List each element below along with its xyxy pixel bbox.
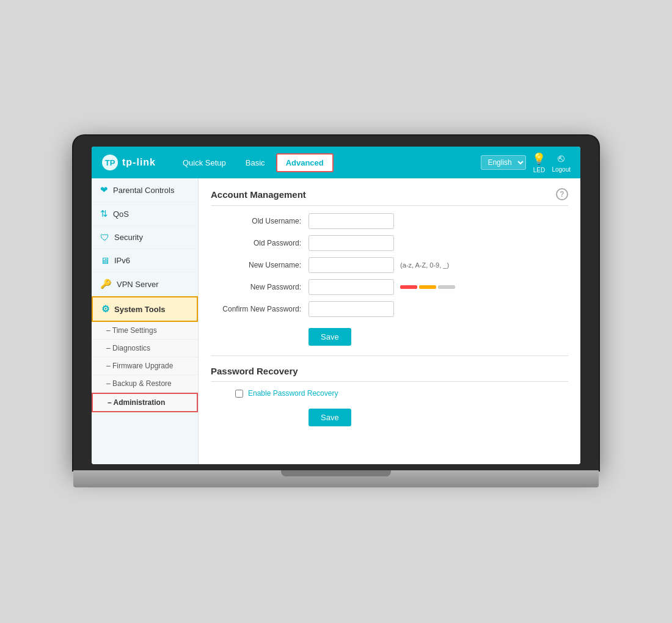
confirm-password-row: Confirm New Password: — [211, 301, 568, 317]
old-password-row: Old Password: — [211, 235, 568, 251]
qos-icon: ⇅ — [100, 208, 108, 219]
account-section-title: Account Management — [211, 189, 306, 200]
sidebar-item-parental-controls[interactable]: ❤ Parental Controls — [92, 178, 198, 202]
enable-recovery-checkbox[interactable] — [235, 390, 243, 398]
confirm-password-input[interactable] — [309, 301, 394, 317]
sub-diagnostics[interactable]: – Diagnostics — [92, 340, 198, 357]
enable-recovery-label[interactable]: Enable Password Recovery — [248, 389, 338, 398]
laptop-wrapper: TP tp-link Quick Setup Basic Advanced En… — [73, 136, 599, 487]
led-icon: 💡 — [532, 152, 546, 166]
old-password-input[interactable] — [309, 235, 394, 251]
logo-text: tp-link — [122, 157, 156, 168]
old-username-row: Old Username: — [211, 213, 568, 229]
old-username-label: Old Username: — [211, 217, 309, 225]
sub-backup-restore[interactable]: – Backup & Restore — [92, 375, 198, 393]
sub-time-settings[interactable]: – Time Settings — [92, 322, 198, 340]
laptop-base — [73, 470, 599, 487]
password-recovery-title: Password Recovery — [211, 366, 298, 376]
old-username-input[interactable] — [309, 213, 394, 229]
security-icon: 🛡 — [100, 232, 109, 242]
strength-high-bar — [438, 285, 455, 289]
main-layout: ❤ Parental Controls ⇅ QoS 🛡 Security — [92, 178, 580, 464]
password-recovery-header: Password Recovery — [211, 366, 568, 382]
laptop-screen: TP tp-link Quick Setup Basic Advanced En… — [92, 147, 580, 464]
nav-advanced[interactable]: Advanced — [276, 153, 334, 172]
section-divider — [211, 355, 568, 356]
top-nav: TP tp-link Quick Setup Basic Advanced En… — [92, 147, 580, 178]
confirm-password-label: Confirm New Password: — [211, 305, 309, 313]
screen-bezel: TP tp-link Quick Setup Basic Advanced En… — [73, 136, 599, 470]
logout-icon: ⎋ — [558, 152, 564, 165]
password-strength-indicator — [400, 285, 455, 289]
sidebar: ❤ Parental Controls ⇅ QoS 🛡 Security — [92, 178, 199, 464]
sidebar-item-ipv6[interactable]: 🖥 IPv6 — [92, 249, 198, 272]
nav-links: Quick Setup Basic Advanced — [174, 153, 481, 172]
vpn-icon: 🔑 — [100, 279, 112, 290]
sidebar-item-security[interactable]: 🛡 Security — [92, 226, 198, 249]
help-icon[interactable]: ? — [556, 188, 568, 200]
nav-basic[interactable]: Basic — [237, 155, 274, 171]
new-password-input[interactable] — [309, 279, 394, 295]
old-password-label: Old Password: — [211, 239, 309, 247]
router-ui: TP tp-link Quick Setup Basic Advanced En… — [92, 147, 580, 464]
new-username-label: New Username: — [211, 261, 309, 269]
logout-button[interactable]: ⎋ Logout — [552, 152, 571, 173]
new-username-row: New Username: (a-z, A-Z, 0-9, _) — [211, 257, 568, 273]
account-section-header: Account Management ? — [211, 188, 568, 206]
sidebar-label-ipv6: IPv6 — [114, 256, 130, 265]
system-tools-icon: ⚙ — [101, 304, 109, 315]
sub-administration[interactable]: – Administration — [92, 393, 198, 412]
ipv6-icon: 🖥 — [100, 255, 109, 266]
sidebar-label-qos: QoS — [113, 209, 129, 219]
svg-text:TP: TP — [105, 158, 115, 167]
sidebar-item-vpn[interactable]: 🔑 VPN Server — [92, 272, 198, 296]
nav-quick-setup[interactable]: Quick Setup — [174, 155, 235, 171]
parental-controls-icon: ❤ — [100, 184, 108, 195]
sidebar-item-system-tools[interactable]: ⚙ System Tools — [92, 296, 198, 322]
enable-recovery-row: Enable Password Recovery — [235, 389, 568, 398]
sub-firmware-upgrade[interactable]: – Firmware Upgrade — [92, 357, 198, 375]
content-area: Account Management ? Old Username: Old P… — [199, 178, 580, 464]
led-button[interactable]: 💡 LED — [532, 152, 546, 173]
account-save-button[interactable]: Save — [309, 328, 351, 346]
strength-mid-bar — [419, 285, 436, 289]
username-hint: (a-z, A-Z, 0-9, _) — [400, 261, 449, 269]
recovery-save-button[interactable]: Save — [309, 409, 351, 426]
new-password-label: New Password: — [211, 283, 309, 291]
led-label: LED — [533, 167, 545, 173]
strength-low-bar — [400, 285, 417, 289]
new-password-row: New Password: — [211, 279, 568, 295]
nav-right: English 💡 LED ⎋ Logout — [481, 152, 571, 173]
tplink-logo-icon: TP — [101, 154, 119, 171]
sidebar-item-qos[interactable]: ⇅ QoS — [92, 202, 198, 226]
sidebar-sub-items: – Time Settings – Diagnostics – Firmware… — [92, 322, 198, 412]
sidebar-label-system-tools: System Tools — [114, 305, 166, 314]
sidebar-label-vpn: VPN Server — [117, 280, 159, 289]
new-username-input[interactable] — [309, 257, 394, 273]
sidebar-label-security: Security — [114, 233, 143, 242]
sidebar-label-parental: Parental Controls — [113, 186, 174, 195]
logo-area: TP tp-link — [101, 154, 156, 171]
language-select[interactable]: English — [481, 155, 526, 170]
logout-label: Logout — [552, 166, 571, 173]
